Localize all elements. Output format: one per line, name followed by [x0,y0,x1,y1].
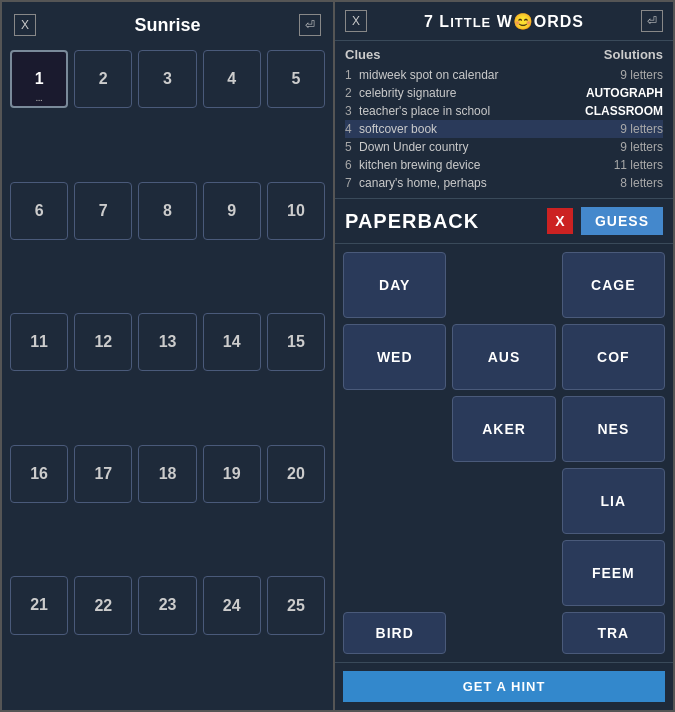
clue-row-7[interactable]: 7canary's home, perhaps8 letters [345,174,663,192]
grid-cell-13[interactable]: 13 [138,313,196,371]
tile-aker[interactable]: AKER [452,396,555,462]
clue-row-3[interactable]: 3teacher's place in schoolCLASSROOM [345,102,663,120]
grid-cell-6[interactable]: 6 [10,182,68,240]
tile-empty-12 [343,540,446,606]
grid-cell-2[interactable]: 2 [74,50,132,108]
clue-text-4: softcover book [357,122,620,136]
grid-cell-4[interactable]: 4 [203,50,261,108]
tile-empty-1 [452,252,555,318]
grid-cell-25[interactable]: 25 [267,576,325,634]
guess-button[interactable]: GUESS [581,207,663,235]
grid-cell-14[interactable]: 14 [203,313,261,371]
hint-container: GET A HINT [335,662,673,710]
clue-solution-6: 11 letters [614,158,663,172]
hint-button[interactable]: GET A HINT [343,671,665,702]
puzzle-grid: 1...234567891011121314151617181920212223… [10,50,325,702]
clues-label: Clues [345,47,380,62]
grid-cell-24[interactable]: 24 [203,576,261,634]
grid-cell-19[interactable]: 19 [203,445,261,503]
grid-cell-12[interactable]: 12 [74,313,132,371]
grid-cell-16[interactable]: 16 [10,445,68,503]
grid-cell-23[interactable]: 23 [138,576,196,634]
grid-cell-15[interactable]: 15 [267,313,325,371]
tile-day[interactable]: DAY [343,252,446,318]
clue-row-2[interactable]: 2celebrity signatureAUTOGRAPH [345,84,663,102]
tile-cage[interactable]: CAGE [562,252,665,318]
clues-list: 1midweek spot on calendar9 letters2celeb… [345,66,663,192]
tiles-area: DAYCAGEWEDAUSCOFAKERNESLIAFEEMBIRDTRA [335,244,673,662]
clue-text-1: midweek spot on calendar [357,68,620,82]
tile-feem[interactable]: FEEM [562,540,665,606]
right-back-button[interactable]: ⏎ [641,10,663,32]
left-back-button[interactable]: ⏎ [299,14,321,36]
clue-num-5: 5 [345,140,357,154]
tile-cof[interactable]: COF [562,324,665,390]
grid-cell-22[interactable]: 22 [74,576,132,634]
tile-lia[interactable]: LIA [562,468,665,534]
tile-empty-9 [343,468,446,534]
clue-num-2: 2 [345,86,357,100]
right-title: 7 LITTLE W😊ORDS [367,12,641,31]
word-input-area: PAPERBACK X GUESS [335,199,673,244]
tile-empty-6 [343,396,446,462]
right-header: X 7 LITTLE W😊ORDS ⏎ [335,2,673,41]
clue-text-7: canary's home, perhaps [357,176,620,190]
clue-solution-4: 9 letters [620,122,663,136]
clue-text-5: Down Under country [357,140,620,154]
clue-num-3: 3 [345,104,357,118]
tile-tra[interactable]: TRA [562,612,665,654]
right-close-button[interactable]: X [345,10,367,32]
clue-text-6: kitchen brewing device [357,158,614,172]
clue-num-6: 6 [345,158,357,172]
grid-cell-18[interactable]: 18 [138,445,196,503]
tile-empty-10 [452,468,555,534]
grid-cell-11[interactable]: 11 [10,313,68,371]
clue-row-1[interactable]: 1midweek spot on calendar9 letters [345,66,663,84]
clue-num-1: 1 [345,68,357,82]
left-title: Sunrise [36,15,299,36]
left-header: X Sunrise ⏎ [10,10,325,40]
clue-solution-5: 9 letters [620,140,663,154]
left-panel: X Sunrise ⏎ 1...234567891011121314151617… [2,2,335,710]
right-panel: X 7 LITTLE W😊ORDS ⏎ Clues Solutions 1mid… [335,2,673,710]
grid-cell-1[interactable]: 1... [10,50,68,108]
left-close-button[interactable]: X [14,14,36,36]
clue-row-5[interactable]: 5Down Under country9 letters [345,138,663,156]
current-word-display: PAPERBACK [345,210,539,233]
grid-cell-5[interactable]: 5 [267,50,325,108]
clue-solution-1: 9 letters [620,68,663,82]
grid-cell-3[interactable]: 3 [138,50,196,108]
tile-bird[interactable]: BIRD [343,612,446,654]
clue-num-7: 7 [345,176,357,190]
tile-wed[interactable]: WED [343,324,446,390]
clue-solution-7: 8 letters [620,176,663,190]
clear-button[interactable]: X [547,208,573,234]
clues-section: Clues Solutions 1midweek spot on calenda… [335,41,673,199]
tile-nes[interactable]: NES [562,396,665,462]
clue-row-4[interactable]: 4softcover book9 letters [345,120,663,138]
grid-cell-17[interactable]: 17 [74,445,132,503]
clue-solution-3: CLASSROOM [585,104,663,118]
clue-text-3: teacher's place in school [357,104,585,118]
tile-aus[interactable]: AUS [452,324,555,390]
clue-num-4: 4 [345,122,357,136]
clues-header: Clues Solutions [345,47,663,62]
solutions-label: Solutions [604,47,663,62]
clue-solution-2: AUTOGRAPH [586,86,663,100]
clue-text-2: celebrity signature [357,86,586,100]
main-container: X Sunrise ⏎ 1...234567891011121314151617… [0,0,675,712]
grid-cell-9[interactable]: 9 [203,182,261,240]
grid-cell-8[interactable]: 8 [138,182,196,240]
tile-empty-13 [452,540,555,606]
grid-cell-7[interactable]: 7 [74,182,132,240]
grid-cell-21[interactable]: 21 [10,576,68,634]
grid-cell-10[interactable]: 10 [267,182,325,240]
tile-empty-16 [452,612,555,654]
grid-cell-20[interactable]: 20 [267,445,325,503]
clue-row-6[interactable]: 6kitchen brewing device11 letters [345,156,663,174]
